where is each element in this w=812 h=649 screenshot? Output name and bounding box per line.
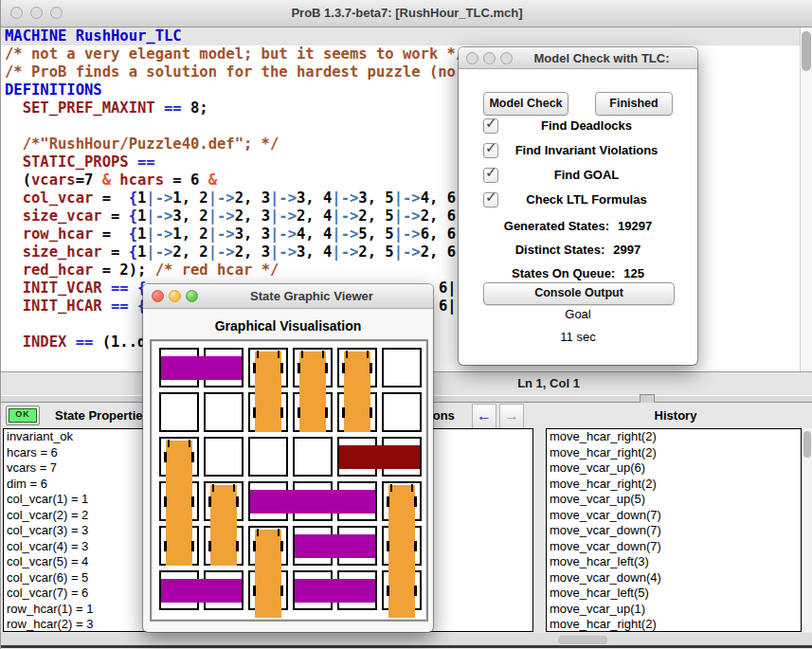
history-item[interactable]: move_hcar_right(2) xyxy=(547,445,801,461)
history-item[interactable]: move_vcar_down(7) xyxy=(547,508,801,524)
history-item[interactable]: move_vcar_up(1) xyxy=(547,602,801,618)
checkbox-row: ✓Find Invariant Violations xyxy=(459,138,697,163)
vertical-car xyxy=(166,441,192,566)
code-fragment: 6| xyxy=(439,297,457,315)
car-handle-mark xyxy=(387,586,389,596)
car-handle-mark xyxy=(370,407,372,418)
horizontal-scrollbar-track[interactable] xyxy=(1,633,812,645)
code-line: DEFINITIONS xyxy=(5,81,102,99)
code-line: STATIC_PROPS == xyxy=(5,153,155,171)
code-line: size_hcar = {1|->2, 2|->2, 3|->3, 4|->2,… xyxy=(5,243,474,261)
car-handle-mark xyxy=(298,407,300,418)
car-mirror-mark xyxy=(257,351,259,358)
vertical-car xyxy=(299,352,326,432)
vertical-car xyxy=(344,352,370,432)
history-item[interactable]: move_vcar_down(7) xyxy=(547,523,801,539)
horizontal-car xyxy=(161,356,242,380)
grid-cell xyxy=(159,392,199,432)
car-handle-mark xyxy=(191,541,194,551)
history-item[interactable]: move_hcar_left(3) xyxy=(547,554,801,570)
console-output-button[interactable]: Console Output xyxy=(483,282,675,305)
history-item[interactable]: move_vcar_down(4) xyxy=(547,570,801,586)
code-line: col_vcar = {1|->1, 2|->2, 3|->3, 4|->3, … xyxy=(5,189,474,207)
checkbox-label: Check LTL Formulas xyxy=(502,192,671,207)
editor-scrollbar-thumb[interactable] xyxy=(802,31,811,71)
history-item[interactable]: move_hcar_right(2) xyxy=(547,617,801,632)
code-line: /*"RushHour/Puzzle40.def"; */ xyxy=(5,135,279,153)
checkbox-row: ✓Find GOAL xyxy=(459,163,697,188)
vertical-car xyxy=(255,352,281,432)
dialog-titlebar: Model Check with TLC: xyxy=(459,47,697,69)
code-line: /* ProB finds a solution for the hardest… xyxy=(5,63,464,81)
car-handle-mark xyxy=(253,586,256,596)
checkmark-icon: ✓ xyxy=(485,115,497,132)
red-car xyxy=(339,445,420,469)
grid-cell xyxy=(382,392,422,432)
car-handle-mark xyxy=(191,452,194,462)
car-mirror-mark xyxy=(367,351,369,358)
car-handle-mark xyxy=(253,407,256,418)
checkbox[interactable]: ✓ xyxy=(483,118,498,134)
invariant-ok-button[interactable]: OK xyxy=(6,406,40,425)
close-icon[interactable] xyxy=(152,290,164,302)
minimize-icon[interactable] xyxy=(483,52,496,64)
vertical-car xyxy=(388,485,415,618)
editor-scrollbar[interactable] xyxy=(800,27,812,371)
history-list[interactable]: move_hcar_right(2)move_hcar_right(2)move… xyxy=(546,428,802,632)
stat-value: 125 xyxy=(623,266,644,280)
stat-row: Generated States:19297 xyxy=(459,214,697,238)
car-handle-mark xyxy=(236,541,239,551)
history-back-button[interactable]: ← xyxy=(472,404,496,429)
history-item[interactable]: move_hcar_left(5) xyxy=(547,586,801,602)
vertical-car xyxy=(210,485,237,566)
history-item[interactable]: move_hcar_right(2) xyxy=(547,429,801,445)
finished-button[interactable]: Finished xyxy=(595,92,673,116)
checkmark-icon: ✓ xyxy=(485,189,497,206)
code-line: SET_PREF_MAXINT == 8; xyxy=(5,99,208,117)
code-line: row_hcar = {1|->1, 2|->3, 3|->4, 4|->5, … xyxy=(5,225,474,243)
stat-row: Distinct States:2997 xyxy=(459,238,697,261)
stat-value: 2997 xyxy=(613,243,641,257)
stats-group: Generated States:19297Distinct States:29… xyxy=(459,214,697,285)
car-mirror-mark xyxy=(212,484,214,492)
car-handle-mark xyxy=(164,496,167,507)
model-check-button[interactable]: Model Check xyxy=(483,92,568,116)
history-item[interactable]: move_vcar_down(7) xyxy=(547,539,801,555)
grid-cell xyxy=(204,437,244,477)
history-horizontal-scrollbar-thumb[interactable] xyxy=(558,636,607,644)
history-title: History xyxy=(628,408,723,423)
code-line: INIT_VCAR == { xyxy=(5,279,146,297)
checkbox[interactable]: ✓ xyxy=(483,192,498,207)
horizontal-car xyxy=(295,579,375,603)
history-vertical-scrollbar[interactable] xyxy=(803,428,812,632)
viewer-title: State Graphic Viewer xyxy=(198,289,425,303)
code-line: red_hcar = 2); /* red hcar */ xyxy=(5,261,279,279)
car-handle-mark xyxy=(208,496,211,507)
car-mirror-mark xyxy=(322,351,324,358)
checkbox[interactable]: ✓ xyxy=(483,143,498,158)
car-handle-mark xyxy=(280,407,283,418)
history-vertical-scrollbar-thumb[interactable] xyxy=(803,431,811,458)
stat-label: States On Queue: xyxy=(512,266,615,280)
history-item[interactable]: move_vcar_up(6) xyxy=(547,460,801,477)
checkbox[interactable]: ✓ xyxy=(483,168,498,183)
grid-cell xyxy=(382,348,422,388)
history-item[interactable]: move_vcar_up(5) xyxy=(547,492,801,508)
car-mirror-mark xyxy=(411,484,413,492)
car-mirror-mark xyxy=(278,351,280,358)
history-forward-button[interactable]: → xyxy=(499,404,524,429)
code-line: size_vcar = {1|->3, 2|->2, 3|->2, 4|->2,… xyxy=(5,207,474,225)
history-item[interactable]: move_hcar_right(2) xyxy=(547,477,801,493)
main-window-titlebar: ProB 1.3.7-beta7: [RushHour_TLC.mch] xyxy=(1,0,812,27)
state-graphic-viewer-window: State Graphic Viewer Graphical Visualisa… xyxy=(143,284,433,632)
zoom-icon[interactable] xyxy=(500,52,513,64)
zoom-icon[interactable] xyxy=(186,290,198,302)
car-handle-mark xyxy=(325,407,328,418)
close-icon[interactable] xyxy=(466,52,478,64)
car-handle-mark xyxy=(370,363,372,373)
code-line: MACHINE RushHour_TLC xyxy=(5,27,182,45)
minimize-icon[interactable] xyxy=(169,290,181,302)
car-handle-mark xyxy=(342,407,345,418)
horizontal-car xyxy=(161,579,242,603)
window-bottom-edge xyxy=(1,645,812,648)
